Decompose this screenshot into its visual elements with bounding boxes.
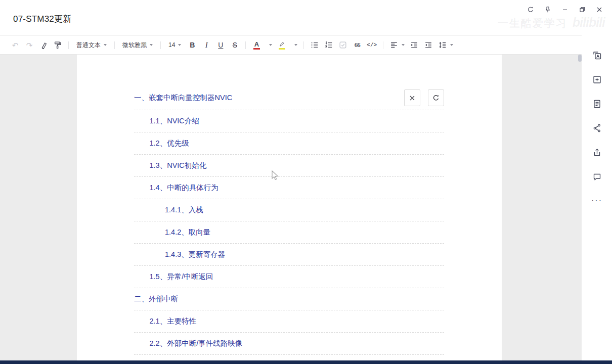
bottom-bar (0, 360, 612, 364)
highlight-button[interactable] (276, 38, 288, 52)
clear-format-icon[interactable] (37, 38, 50, 52)
chevron-down-icon (402, 44, 405, 46)
title-bar: 07-STM32更新 一生酷爱学习 bilibili (0, 0, 612, 35)
indent-increase-icon[interactable] (408, 38, 420, 52)
toolbar-separator (245, 41, 246, 49)
outline-link[interactable]: 2.2、外部中断/事件线路映像 (150, 339, 243, 348)
outline-row: 一、嵌套中断向量控制器NVIC (134, 86, 444, 110)
font-color-dropdown-icon[interactable] (265, 38, 274, 52)
outline-row: 1.1、NVIC介绍 (134, 110, 444, 132)
close-window-icon[interactable] (591, 3, 608, 16)
indent-decrease-icon[interactable] (422, 38, 434, 52)
outline-row: 1.5、异常/中断返回 (134, 266, 444, 288)
outline-link[interactable]: 1.4.1、入栈 (165, 205, 203, 215)
document-page[interactable]: 一、嵌套中断向量控制器NVIC 1.1、NVIC介绍 1.2、优先级 1.3、N… (77, 55, 502, 360)
reload-button[interactable] (428, 89, 444, 106)
sync-icon[interactable] (522, 3, 539, 16)
chevron-down-icon (450, 44, 453, 46)
watermark-text: 一生酷爱学习 (498, 16, 567, 30)
outline-row: 1.2、优先级 (134, 132, 444, 155)
window-controls (522, 3, 608, 16)
vertical-scrollbar[interactable] (578, 55, 582, 62)
outline-link[interactable]: 一、嵌套中断向量控制器NVIC (134, 93, 232, 103)
right-icon-rail: ··· (582, 35, 612, 360)
format-painter-icon[interactable] (52, 38, 64, 52)
underline-button[interactable]: U (214, 38, 227, 52)
outline-row: 2.1、主要特性 (134, 310, 444, 333)
minimize-icon[interactable] (556, 3, 574, 16)
export-icon[interactable] (590, 145, 604, 159)
strikethrough-button[interactable]: S (229, 38, 241, 52)
code-block-icon[interactable]: </> (365, 38, 378, 52)
outline-document-icon[interactable] (590, 97, 604, 111)
editor-canvas: 一、嵌套中断向量控制器NVIC 1.1、NVIC介绍 1.2、优先级 1.3、N… (0, 55, 582, 360)
redo-icon[interactable]: ↷ (23, 38, 35, 52)
chevron-down-icon (104, 44, 107, 46)
outline-row: 2.3、EXTI相关数据结构与函数说明 (134, 355, 444, 360)
document-title: 07-STM32更新 (13, 13, 71, 25)
outline-row: 1.4.3、更新寄存器 (134, 244, 444, 266)
bullet-list-icon[interactable] (309, 38, 321, 52)
outline-row: 1.4、中断的具体行为 (134, 177, 444, 199)
toolbar-separator (114, 41, 115, 49)
outline-row: 1.4.1、入栈 (134, 199, 444, 221)
outline-link[interactable]: 1.3、NVIC初始化 (150, 161, 207, 170)
text-style-dropdown[interactable]: 普通文本 (73, 38, 110, 52)
bold-button[interactable]: B (186, 38, 198, 52)
alignment-dropdown[interactable] (388, 38, 406, 52)
share-icon[interactable] (590, 121, 604, 135)
close-button[interactable] (404, 89, 420, 106)
chevron-down-icon (150, 44, 153, 46)
comment-icon[interactable] (590, 169, 604, 184)
format-toolbar: ↶ ↷ 普通文本 微软雅黑 14 B I U S A (0, 35, 582, 55)
outline-link[interactable]: 1.1、NVIC介绍 (150, 116, 199, 126)
font-family-dropdown[interactable]: 微软雅黑 (119, 38, 156, 52)
italic-button[interactable]: I (200, 38, 212, 52)
bilibili-logo: bilibili (573, 15, 605, 30)
row-actions (404, 89, 444, 106)
outline-link[interactable]: 1.4、中断的具体行为 (150, 183, 218, 193)
insert-plus-icon[interactable] (590, 72, 604, 86)
outline-link[interactable]: 1.5、异常/中断返回 (150, 272, 213, 282)
font-size-dropdown[interactable]: 14 (165, 38, 184, 52)
highlight-dropdown-icon[interactable] (290, 38, 299, 52)
translate-icon[interactable] (590, 48, 604, 62)
chevron-down-icon (178, 44, 181, 46)
toolbar-separator (68, 41, 69, 49)
pin-icon[interactable] (539, 3, 556, 16)
outline-link[interactable]: 2.1、主要特性 (150, 316, 197, 326)
restore-icon[interactable] (574, 3, 591, 16)
outline-link[interactable]: 1.2、优先级 (150, 139, 189, 148)
outline-link[interactable]: 1.4.3、更新寄存器 (165, 250, 225, 259)
outline-row: 1.3、NVIC初始化 (134, 155, 444, 177)
undo-icon[interactable]: ↶ (9, 38, 21, 52)
outline-row: 2.2、外部中断/事件线路映像 (134, 333, 444, 355)
toolbar-separator (383, 41, 383, 49)
outline-link[interactable]: 1.4.2、取向量 (165, 228, 210, 237)
outline-list: 一、嵌套中断向量控制器NVIC 1.1、NVIC介绍 1.2、优先级 1.3、N… (134, 86, 444, 360)
font-color-button[interactable]: A (250, 38, 263, 52)
more-options-icon[interactable]: ··· (590, 194, 604, 208)
line-spacing-dropdown[interactable] (436, 38, 455, 52)
blockquote-icon[interactable]: 66 (351, 38, 363, 52)
task-checkbox-icon[interactable] (337, 38, 349, 52)
toolbar-separator (160, 41, 161, 49)
highlight-color-swatch (279, 48, 285, 50)
outline-row: 二、外部中断 (134, 288, 444, 310)
toolbar-separator (303, 41, 304, 49)
outline-link[interactable]: 二、外部中断 (134, 294, 178, 304)
outline-row: 1.4.2、取向量 (134, 221, 444, 244)
bilibili-watermark: 一生酷爱学习 bilibili (498, 15, 605, 30)
font-color-swatch (253, 48, 260, 50)
numbered-list-icon[interactable] (323, 38, 335, 52)
